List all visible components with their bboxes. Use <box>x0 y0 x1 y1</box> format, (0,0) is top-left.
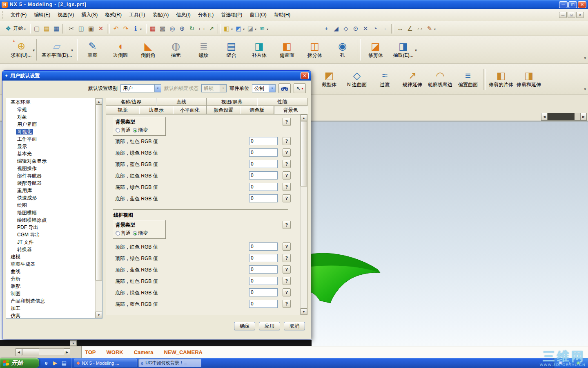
copy-icon[interactable]: ◫ <box>76 23 86 34</box>
scrollbar-thumb[interactable] <box>96 105 102 280</box>
feature-split-body-button[interactable]: ◫ 拆分体 <box>301 37 329 63</box>
help-button[interactable] <box>283 277 291 285</box>
snap-node-icon[interactable]: ∙ <box>380 23 390 34</box>
menu-item[interactable]: 窗口(O) <box>246 10 270 20</box>
tab[interactable]: 性能 <box>257 98 308 106</box>
tree-item[interactable]: PDF 导出 <box>6 224 95 231</box>
menu-item[interactable]: 装配(A) <box>149 10 172 20</box>
tree-item[interactable]: 加工 <box>6 305 95 312</box>
task-nx-button[interactable]: ◆ NX 5 - Modeling ... <box>74 359 137 367</box>
tree-item[interactable]: 产品和制造信息 <box>6 297 95 305</box>
scroll-left-button[interactable]: ◀ <box>541 113 548 121</box>
surface-n-sided-button[interactable]: ◇ N 边曲面 <box>343 67 371 92</box>
feature-chamfer-button[interactable]: ◣ 倒斜角 <box>134 37 162 63</box>
quicklaunch-desktop-icon[interactable]: ▤ <box>60 359 68 367</box>
rgb-value-input[interactable] <box>249 254 278 262</box>
tree-item[interactable]: 基本环境 <box>6 99 95 106</box>
menu-item[interactable]: 编辑(E) <box>30 10 54 20</box>
render-style-icon[interactable]: ◪ <box>245 23 257 34</box>
rgb-value-input[interactable] <box>249 137 278 145</box>
scroll-up-button[interactable]: ▲ <box>301 114 307 121</box>
tab[interactable]: 边显示 <box>139 106 173 114</box>
rgb-value-input[interactable] <box>249 300 278 308</box>
tree-item[interactable]: 分析 <box>6 275 95 283</box>
tab[interactable]: 直线 <box>156 98 207 106</box>
help-button[interactable] <box>283 183 291 191</box>
dialog-close-button[interactable] <box>301 72 309 79</box>
menu-item[interactable]: 文件(F) <box>7 10 30 20</box>
rotate-view-icon[interactable]: ↻ <box>187 23 197 34</box>
feature-datum-plane-button[interactable]: ▱ 基准平面(D)... <box>40 37 74 63</box>
information-icon[interactable]: ℹ <box>131 23 143 34</box>
task-browser-button[interactable]: e UG中如何改背景！... <box>138 359 201 367</box>
new-icon[interactable]: ▢ <box>32 23 42 34</box>
feature-patch-body-button[interactable]: ◨ 补片体 <box>245 37 273 63</box>
scroll-right-button[interactable]: ▶ <box>580 113 587 121</box>
scroll-left-button[interactable]: ◀ <box>16 348 22 356</box>
scroll-down-button[interactable]: ▼ <box>70 340 77 346</box>
help-button[interactable] <box>283 137 291 145</box>
help-button[interactable] <box>283 265 291 274</box>
scroll-down-button[interactable]: ▼ <box>96 312 102 318</box>
cancel-button[interactable]: 取消 <box>284 322 305 330</box>
annotation-icon[interactable]: ✎ <box>425 23 437 34</box>
tree-item[interactable]: 绘图 <box>6 202 95 209</box>
tray-input-icon[interactable]: ▣ <box>557 360 564 366</box>
fit-view-icon[interactable]: ◎ <box>167 23 177 34</box>
snap-endpoint-icon[interactable]: ◢ <box>331 23 341 34</box>
help-button[interactable] <box>283 242 291 251</box>
paste-icon[interactable]: ▣ <box>86 23 96 34</box>
feature-shell-button[interactable]: ◍ 抽壳 <box>162 37 190 63</box>
help-button[interactable] <box>283 254 291 262</box>
measure-angle-icon[interactable]: ∠ <box>405 23 415 34</box>
scrollbar-thumb[interactable] <box>301 121 307 186</box>
tree-item[interactable]: 草图生成器 <box>6 260 95 268</box>
tab[interactable]: 名称/边界 <box>106 98 156 106</box>
rgb-value-input[interactable] <box>249 148 278 157</box>
menu-item[interactable]: 工具(T) <box>125 10 149 20</box>
feature-sketch-button[interactable]: ✎ 草图 <box>79 37 107 63</box>
tree-item[interactable]: 常规 <box>6 106 95 113</box>
scroll-right-button[interactable]: ▶ <box>64 348 70 356</box>
rgb-value-input[interactable] <box>249 277 278 285</box>
rgb-value-input[interactable] <box>249 242 278 251</box>
scroll-up-button[interactable]: ▲ <box>96 98 102 105</box>
feature-extract-button[interactable]: ◨ 抽取(E)... <box>390 37 417 63</box>
feature-unite-button[interactable]: ⊕ 求和(U)... <box>7 37 35 63</box>
dropdown-arrow-icon[interactable] <box>269 85 275 92</box>
feature-offset-face-button[interactable]: ◧ 偏置面 <box>273 37 301 63</box>
help-button[interactable] <box>283 171 291 180</box>
tree-item[interactable]: 装配导航器 <box>6 180 95 187</box>
level-combobox[interactable]: 用户 <box>120 84 161 92</box>
rgb-value-input[interactable] <box>249 171 278 180</box>
tree-item[interactable]: 对象 <box>6 113 95 121</box>
tree-item[interactable]: 可视化 <box>6 128 95 135</box>
nx-start-menu-button[interactable]: ❖ 开始 <box>3 23 27 34</box>
surface-law-extension-button[interactable]: ↗ 规律延伸 <box>399 67 426 92</box>
radio-option[interactable]: 普通 <box>116 127 131 134</box>
menu-item[interactable]: 插入(S) <box>78 10 101 20</box>
rgb-value-input[interactable] <box>249 160 278 168</box>
dialog-titlebar[interactable]: 用户默认设置 <box>2 71 311 81</box>
manage-defaults-button[interactable]: ↖ ▾ <box>294 83 306 93</box>
tree-item[interactable]: JT 文件 <box>6 238 95 246</box>
radio-option[interactable]: 渐变 <box>133 127 148 134</box>
delete-icon[interactable]: ✕ <box>96 23 106 34</box>
find-defaults-button[interactable] <box>278 83 291 93</box>
scroll-down-button[interactable]: ▼ <box>301 308 307 315</box>
quicklaunch-ie-icon[interactable]: e <box>42 359 50 367</box>
open-icon[interactable]: ▤ <box>42 23 51 34</box>
ok-button[interactable]: 确定 <box>234 322 255 330</box>
help-button[interactable] <box>283 160 291 168</box>
help-button[interactable] <box>283 221 291 229</box>
snap-point-icon[interactable]: + <box>321 23 331 34</box>
cut-icon[interactable]: ✂ <box>67 23 76 34</box>
tray-volume-icon[interactable]: ♪ <box>566 360 572 366</box>
surface-section-body-button[interactable]: ◩ 截型体 <box>315 67 343 92</box>
restore-button[interactable] <box>568 1 577 8</box>
tree-item[interactable]: 视图操作 <box>6 165 95 172</box>
snap-center-icon[interactable]: ⊙ <box>351 23 361 34</box>
feature-thread-button[interactable]: ≣ 螺纹 <box>190 37 218 63</box>
tree-item[interactable]: 用户界面 <box>6 121 95 128</box>
menu-item[interactable]: 格式(R) <box>101 10 125 20</box>
